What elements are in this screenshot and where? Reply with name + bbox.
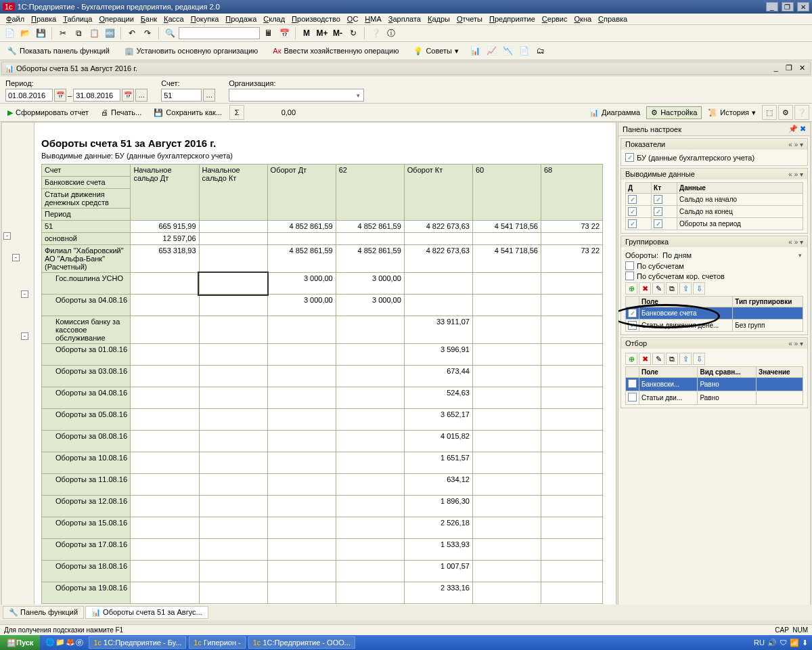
set-main-org-button[interactable]: 🏢 Установить основную организацию (120, 45, 263, 58)
checkbox[interactable] (654, 195, 662, 204)
menu-item[interactable]: Продажа (222, 14, 260, 24)
find-combo[interactable] (179, 27, 260, 39)
open-icon[interactable]: 📂 (18, 26, 32, 40)
typesel-icon[interactable]: 🔤 (103, 26, 116, 40)
taskbar-task[interactable]: 1c 1С:Предприятие - ООО... (248, 636, 355, 649)
cut-icon[interactable]: ✂ (56, 26, 70, 40)
checkbox[interactable] (628, 207, 637, 216)
copy-icon[interactable]: ⧉ (72, 26, 85, 40)
collapse-icon[interactable]: « » ▾ (788, 171, 803, 178)
decor-icon[interactable]: ⬚ (762, 105, 777, 120)
tray-icon[interactable]: ⬇ (802, 638, 808, 647)
paste-icon[interactable]: 📋 (87, 26, 101, 40)
calc-icon[interactable]: 🖩 (262, 26, 275, 40)
taskbar-task[interactable]: 1c Гиперион - (189, 636, 245, 649)
cor-subaccounts-checkbox[interactable] (625, 272, 634, 280)
checkbox[interactable] (654, 219, 662, 228)
collapse-icon[interactable]: « » ▾ (788, 141, 803, 148)
menu-item[interactable]: Предприятие (486, 14, 539, 24)
redo-icon[interactable]: ↷ (141, 26, 154, 40)
org-combo[interactable]: ▾ (229, 89, 364, 102)
calendar-icon[interactable]: 📅 (277, 26, 291, 40)
move-down-icon[interactable]: ⇩ (693, 353, 705, 365)
options-icon[interactable]: ⚙ (778, 105, 793, 120)
menu-item[interactable]: Справка (595, 14, 631, 24)
list-item[interactable]: Банковски...Равно (626, 378, 803, 391)
checkbox[interactable] (628, 379, 637, 388)
delete-icon[interactable]: ✖ (639, 353, 651, 365)
menu-item[interactable]: Кадры (424, 14, 453, 24)
extra-5-icon[interactable]: 🗂 (534, 44, 547, 58)
checkbox[interactable] (628, 219, 637, 228)
copy-icon[interactable]: ⧉ (666, 353, 678, 365)
checkbox[interactable] (628, 309, 637, 318)
menu-item[interactable]: Отчеты (453, 14, 486, 24)
sum-icon[interactable]: Σ (229, 105, 244, 120)
doc-minimize-icon[interactable]: _ (771, 64, 782, 73)
menu-item[interactable]: Покупка (187, 14, 223, 24)
taskbar-task[interactable]: 1c 1С:Предприятие - Бу... (89, 636, 186, 649)
add-icon[interactable]: ⊕ (625, 282, 637, 295)
menu-item[interactable]: Таблица (60, 14, 95, 24)
report-pane[interactable]: - - - - Обороты счета 51 за Август 2016 … (1, 122, 616, 618)
menu-item[interactable]: Зарплата (385, 14, 424, 24)
close-icon[interactable]: ✕ (797, 2, 809, 12)
copy-icon[interactable]: ⧉ (666, 282, 678, 295)
chart-button[interactable]: 📊 Диаграмма (585, 106, 645, 119)
tree-toggle[interactable]: - (3, 232, 11, 240)
add-icon[interactable]: ⊕ (625, 353, 637, 365)
period-picker-icon[interactable]: … (135, 89, 148, 102)
menu-item[interactable]: Операции (95, 14, 137, 24)
checkbox[interactable] (654, 207, 662, 216)
doc-restore-icon[interactable]: ❐ (784, 64, 794, 73)
advice-button[interactable]: 💡 Советы ▾ (409, 45, 463, 58)
tray-icon[interactable]: 🔊 (767, 638, 777, 647)
enter-operation-button[interactable]: Ак Ввести хозяйственную операцию (268, 45, 403, 57)
list-item[interactable]: Статьи дви...Равно (626, 391, 803, 405)
new-icon[interactable]: 📄 (3, 26, 16, 40)
calendar-from-icon[interactable]: 📅 (54, 89, 66, 102)
extra-2-icon[interactable]: 📈 (485, 44, 499, 58)
tree-toggle[interactable]: - (12, 254, 20, 261)
menu-item[interactable]: Склад (260, 14, 288, 24)
subaccounts-checkbox[interactable] (625, 261, 634, 270)
generate-report-button[interactable]: ▶ Сформировать отчет (3, 106, 93, 119)
quicklaunch-icon[interactable]: 🌐 (45, 638, 55, 648)
settings-button[interactable]: ⚙ Настройка (646, 106, 702, 119)
find-icon[interactable]: 🔍 (163, 26, 177, 40)
extra-1-icon[interactable]: 📊 (469, 44, 482, 58)
tab-panel-functions[interactable]: 🔧 Панель функций (3, 606, 84, 619)
edit-icon[interactable]: ✎ (652, 353, 664, 365)
date-from-input[interactable] (5, 89, 53, 102)
m-plus-button[interactable]: M+ (315, 26, 329, 40)
tree-toggle[interactable]: - (21, 290, 28, 298)
date-to-input[interactable] (73, 89, 120, 102)
undo-icon[interactable]: ↶ (125, 26, 139, 40)
start-button[interactable]: 🪟 Пуск (0, 635, 40, 650)
menu-item[interactable]: Окна (571, 14, 595, 24)
restore-icon[interactable]: ❐ (782, 2, 794, 12)
checkbox[interactable] (628, 195, 637, 204)
menu-item[interactable]: Банк (137, 14, 160, 24)
pin-icon[interactable]: 📌 (788, 125, 798, 133)
refresh-icon[interactable]: ↻ (346, 26, 360, 40)
list-item[interactable]: Статьи движения дене...Без групп (626, 320, 803, 332)
menu-item[interactable]: Касса (160, 14, 187, 24)
extra-3-icon[interactable]: 📉 (501, 44, 515, 58)
report-help-icon[interactable]: ❔ (794, 105, 809, 120)
checkbox[interactable] (628, 321, 637, 330)
account-input[interactable] (161, 89, 202, 102)
show-panel-button[interactable]: 🔧 Показать панель функций (3, 45, 114, 58)
edit-icon[interactable]: ✎ (652, 282, 664, 295)
history-button[interactable]: 📜 История ▾ (703, 106, 761, 119)
move-up-icon[interactable]: ⇧ (679, 353, 692, 365)
print-button[interactable]: 🖨 Печать... (96, 106, 146, 118)
quicklaunch-icon[interactable]: ⓔ (76, 638, 83, 648)
collapse-icon[interactable]: « » ▾ (788, 340, 803, 347)
tab-report[interactable]: 📊 Обороты счета 51 за Авгус... (85, 606, 208, 619)
menu-item[interactable]: ОС (344, 14, 362, 24)
minimize-icon[interactable]: _ (766, 2, 778, 12)
move-down-icon[interactable]: ⇩ (693, 282, 705, 295)
save-as-button[interactable]: 💾 Сохранить как... (149, 106, 227, 119)
tray-icon[interactable]: 📶 (790, 638, 799, 647)
